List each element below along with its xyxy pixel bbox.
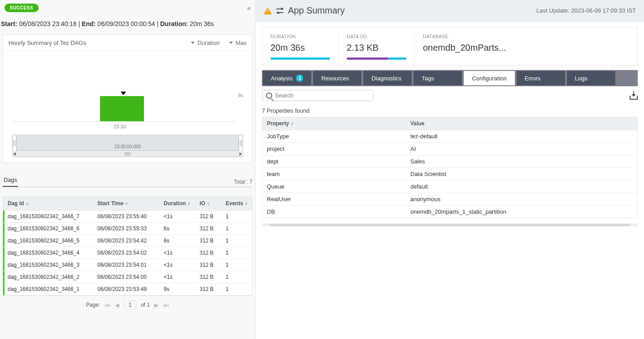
chart-header: Hourly Summary of Tez DAGs Duration Max [3,35,252,51]
hourly-summary-card: Hourly Summary of Tez DAGs Duration Max [3,35,252,163]
sort-icon [125,202,128,205]
tab-logs[interactable]: Logs [567,71,615,85]
metric-label: DATA I/O [347,34,406,39]
sort-icon [245,202,248,205]
table-row[interactable]: dag_1681530602342_3466_506/08/2023 23:54… [3,235,252,247]
chart-body[interactable]: 23:30 9s [3,51,252,135]
table-row[interactable]: teamData Scientist [262,168,637,181]
cell-start-time: 06/08/2023 23:54:00 [94,271,161,283]
table-row[interactable]: dag_1681530602342_3466_406/08/2023 23:54… [3,247,252,259]
col-header-io[interactable]: IO [195,197,221,210]
chevron-down-icon [191,42,195,44]
chart-marker-icon [121,92,126,95]
metric-dropdown[interactable]: Duration [191,40,219,46]
cell-events: 1 [222,235,248,247]
sliders-icon[interactable] [276,7,283,14]
pager-first-button[interactable]: ⏮ [104,302,110,308]
table-row[interactable]: dag_1681530602342_3466_606/08/2023 23:55… [3,223,252,235]
metric-label: DATABASE [423,34,506,39]
page-title: App Summary [288,5,345,16]
props-thead: Property Value [262,117,637,130]
tab-tags[interactable]: Tags [413,71,462,85]
chart-bar[interactable] [100,96,144,121]
table-row[interactable]: RealUseranonymous [262,193,637,206]
col-header-duration[interactable]: Duration [159,197,195,210]
cell-io: 312 B [196,235,222,247]
right-panel: App Summary Last Update: 2023-06-09 17:0… [256,0,644,339]
scrubber-track[interactable]: 23:30:00.000 [12,135,243,151]
duration-label: Duration: [160,20,188,27]
col-header-dag-id[interactable]: Dag Id [3,197,93,210]
dags-table: Dag Id Start Time Duration IO [3,196,252,296]
cell-io: 312 B [196,223,222,234]
pager-last-button[interactable]: ⏭ [163,302,169,308]
sort-icon [207,202,210,205]
col-header-property[interactable]: Property [262,117,406,130]
table-row[interactable]: JobTypetez-default [262,130,637,143]
scroll-right-icon[interactable] [239,152,242,156]
props-body: JobTypetez-defaultprojectAIdeptSalesteam… [262,130,637,218]
agg-dropdown-label: Max [235,40,247,46]
cell-value: tez-default [406,130,637,142]
tab-label: Analysis [271,75,292,82]
tab-errors[interactable]: Errors [517,71,565,85]
scrubber-scrollbar[interactable] [12,151,243,157]
cell-start-time: 06/08/2023 23:55:40 [94,211,161,222]
pager-label: Page: [86,302,100,308]
cell-duration: 9s [161,283,196,295]
agg-dropdown[interactable]: Max [229,40,247,46]
metric: DURATION20m 36s [262,27,339,65]
cell-duration: <1s [161,271,196,283]
dags-tab[interactable]: Dags [3,174,18,187]
cell-property: dept [262,155,406,167]
table-row[interactable]: projectAI [262,143,637,155]
tab-analysis[interactable]: Analysis1 [263,71,311,85]
cell-property: RealUser [262,193,406,205]
duration-value: 20m 36s [190,20,214,27]
cell-value: anonymous [406,193,637,205]
table-row[interactable]: deptSales [262,155,637,168]
search-box[interactable] [262,90,373,101]
chart-axis [12,121,235,122]
search-icon [266,92,272,99]
cell-dag-id: dag_1681530602342_3466_3 [4,259,94,271]
col-header-value[interactable]: Value [406,117,637,130]
cell-value: default [406,181,637,193]
table-row[interactable]: DBonemdb_20mparts_1_static_partition [262,206,637,218]
metrics-card: DURATION20m 36sDATA I/O2.13 KBDATABASEon… [262,27,638,66]
scrubber-handle-left[interactable] [12,135,17,152]
cell-io: 312 B [196,271,222,283]
cell-events: 1 [222,223,248,234]
tab-label: Tags [422,75,434,82]
tab-configuration[interactable]: Configuration [464,71,514,85]
cell-start-time: 06/08/2023 23:54:02 [94,247,161,259]
cell-dag-id: dag_1681530602342_3466_6 [4,223,94,234]
scrollbar-thumb[interactable] [270,224,630,226]
left-panel: SUCCESS « Start: 06/08/2023 23:40:18 | E… [0,0,256,339]
cell-start-time: 06/08/2023 23:54:42 [94,235,161,247]
cell-events: 1 [222,283,248,295]
tab-resources[interactable]: Resources [313,71,361,85]
table-row[interactable]: dag_1681530602342_3466_706/08/2023 23:55… [3,211,252,223]
pager-prev-button[interactable]: ◀ [115,302,119,308]
pager-next-button[interactable]: ▶ [154,302,159,308]
cell-duration: 6s [161,223,196,234]
download-button[interactable] [630,92,638,100]
dags-thead: Dag Id Start Time Duration IO [3,197,252,211]
search-input[interactable] [275,92,369,99]
table-row[interactable]: dag_1681530602342_3466_106/08/2023 23:53… [3,283,252,295]
table-row[interactable]: dag_1681530602342_3466_206/08/2023 23:54… [3,271,252,283]
col-header-start-time[interactable]: Start Time [93,197,159,210]
table-row[interactable]: Queuedefault [262,181,637,193]
col-header-events[interactable]: Events [221,197,247,210]
tab-diagnostics[interactable]: Diagnostics [363,71,412,85]
pager-current[interactable]: 1 [124,300,136,309]
scroll-left-icon[interactable] [13,152,16,156]
horizontal-scrollbar[interactable] [262,224,638,226]
table-row[interactable]: dag_1681530602342_3466_306/08/2023 23:54… [3,259,252,271]
metric-bar [270,57,330,60]
scroll-grip-icon[interactable] [125,153,131,155]
properties-count: 7 Properties found [262,107,638,114]
collapse-left-button[interactable]: « [247,4,251,12]
scrubber-handle-right[interactable] [239,135,243,152]
